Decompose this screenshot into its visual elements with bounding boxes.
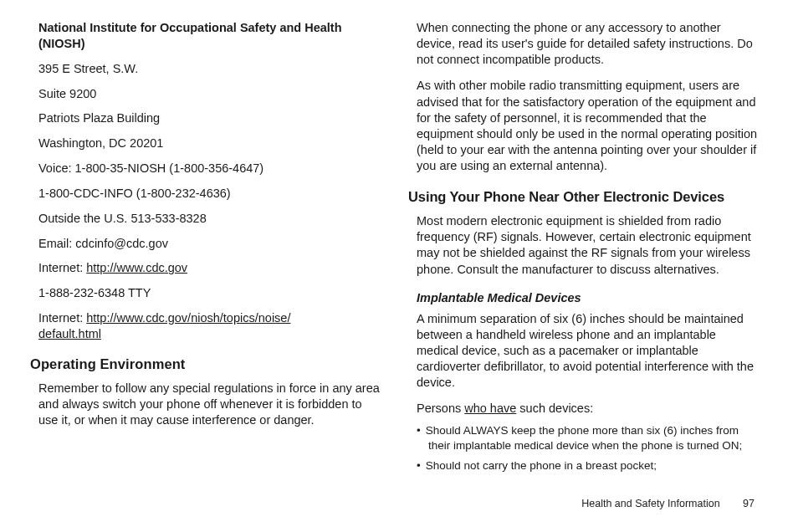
para-operating-environment: Remember to follow any special regulatio… — [38, 381, 381, 428]
cdc-url[interactable]: http://www.cdc.gov — [86, 261, 187, 274]
persons-pre: Persons — [417, 402, 464, 415]
para-persons-who-have: Persons who have such devices: — [417, 401, 760, 417]
device-precautions-list: Should ALWAYS keep the phone more than s… — [417, 423, 760, 479]
para-connect-accessory: When connecting the phone or any accesso… — [417, 20, 760, 68]
persons-post: such devices: — [516, 402, 593, 415]
subheading-implantable-devices: Implantable Medical Devices — [417, 291, 760, 304]
niosh-suite: Suite 9200 — [38, 86, 381, 102]
inet1-label: Internet: — [38, 261, 86, 274]
niosh-tty: 1-888-232-6348 TTY — [38, 285, 381, 301]
niosh-internet-2: Internet: http://www.cdc.gov/niosh/topic… — [38, 310, 381, 342]
cdc-niosh-url-line2[interactable]: default.html — [38, 327, 101, 340]
right-column: When connecting the phone or any accesso… — [417, 20, 760, 502]
niosh-internet-1: Internet: http://www.cdc.gov — [38, 260, 381, 276]
niosh-voice: Voice: 1-800-35-NIOSH (1-800-356-4647) — [38, 161, 381, 176]
niosh-city: Washington, DC 20201 — [38, 136, 381, 151]
para-six-inches: A minimum separation of six (6) inches s… — [417, 311, 760, 391]
niosh-street: 395 E Street, S.W. — [38, 61, 381, 77]
niosh-building: Patriots Plaza Building — [38, 110, 381, 126]
niosh-outside: Outside the U.S. 513-533-8328 — [38, 211, 381, 227]
niosh-title: National Institute for Occupational Safe… — [38, 20, 381, 52]
niosh-cdcinfo: 1-800-CDC-INFO (1-800-232-4636) — [38, 186, 381, 202]
page-number: 97 — [743, 498, 755, 509]
list-item: Should ALWAYS keep the phone more than s… — [417, 423, 760, 453]
page-body: National Institute for Occupational Safe… — [0, 0, 798, 502]
footer-section-title: Health and Safety Information — [581, 498, 719, 509]
inet2-label: Internet: — [38, 311, 86, 325]
left-column: National Institute for Occupational Safe… — [38, 20, 381, 502]
page-footer: Health and Safety Information 97 — [0, 498, 798, 509]
heading-other-electronic-devices: Using Your Phone Near Other Electronic D… — [408, 189, 760, 205]
para-rf-shielded: Most modern electronic equipment is shie… — [417, 213, 760, 278]
persons-underline: who have — [464, 402, 516, 415]
list-item: Should not carry the phone in a breast p… — [417, 458, 760, 473]
niosh-email: Email: cdcinfo@cdc.gov — [38, 236, 381, 252]
cdc-niosh-url-line1[interactable]: http://www.cdc.gov/niosh/topics/noise/ — [86, 311, 290, 325]
heading-operating-environment: Operating Environment — [30, 356, 381, 372]
para-radio-equipment: As with other mobile radio transmitting … — [417, 78, 760, 174]
niosh-contact-block: National Institute for Occupational Safe… — [38, 20, 381, 351]
